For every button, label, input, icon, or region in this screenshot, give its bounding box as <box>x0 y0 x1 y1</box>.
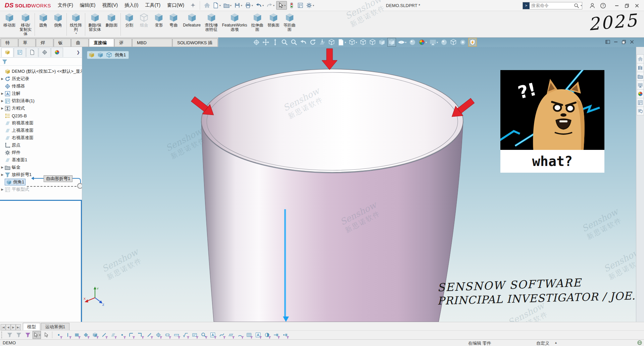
connection-status-icon[interactable] <box>637 340 642 345</box>
linear-pattern-button[interactable]: 线性阵列▾ <box>68 12 84 37</box>
view-orientation-dropdown-icon[interactable]: ▾ <box>356 41 357 44</box>
filter-solid-bodies-button[interactable] <box>91 331 99 339</box>
filter-sketch-points-button[interactable] <box>118 331 126 339</box>
menu-window[interactable]: 窗口(W) <box>164 0 188 10</box>
filter-zoom-note-button[interactable] <box>199 331 208 339</box>
offset-surface-button[interactable]: 等距曲面 <box>282 12 298 37</box>
filter-edges-button[interactable] <box>63 331 72 339</box>
zoom-in-out-icon[interactable] <box>271 38 279 46</box>
filter-blocks-button[interactable] <box>245 331 253 339</box>
find-modify-features-button[interactable]: 查找/修改特征 <box>203 12 220 37</box>
filter-datums-button[interactable] <box>208 331 217 339</box>
tree-item-annotations[interactable]: ▶注解 <box>0 90 82 97</box>
save-button[interactable]: ▾ <box>233 1 243 9</box>
filter-toggle-button[interactable] <box>5 331 14 339</box>
filter-surface-bodies-button[interactable] <box>82 331 90 339</box>
tree-item-top-plane[interactable]: 上视基准面 <box>0 127 82 134</box>
drawing-annotation-dropdown-icon[interactable]: ▾ <box>345 41 346 44</box>
edit-appearance-icon[interactable] <box>408 38 416 46</box>
expand-icon[interactable]: ▶ <box>0 107 5 110</box>
tab-草图[interactable]: 草图 <box>18 39 36 47</box>
select-tool-button[interactable]: ▾ <box>33 331 41 339</box>
menu-insert[interactable]: 插入(I) <box>121 0 142 10</box>
filter-center-marks-button[interactable] <box>154 331 162 339</box>
view-settings-icon[interactable]: ▾ <box>429 38 439 46</box>
home-icon[interactable] <box>637 54 644 63</box>
freeform-bend-callout[interactable]: 自由形折弯1 <box>44 175 72 182</box>
save-dropdown-icon[interactable]: ▾ <box>241 4 242 7</box>
options-dropdown-icon[interactable]: ▾ <box>313 4 314 7</box>
camera-view-icon[interactable] <box>459 38 467 46</box>
shadows-icon[interactable] <box>440 38 448 46</box>
options-button[interactable]: ▾ <box>305 1 315 9</box>
tab-nav-2[interactable]: ▶ <box>11 324 16 330</box>
linear-pattern-flyout-icon[interactable]: ▾ <box>76 32 77 35</box>
minimize-button[interactable] <box>612 1 622 10</box>
hidden-lines-visible-icon[interactable] <box>368 38 377 46</box>
filter-routing-points-button[interactable] <box>281 331 289 339</box>
breadcrumb-feature-label[interactable]: 倒角1 <box>115 52 126 58</box>
drawing-annotation-icon[interactable]: ▾ <box>337 38 347 46</box>
menu-edit[interactable]: 编辑(E) <box>77 0 99 10</box>
filter-notes-button[interactable] <box>190 331 199 339</box>
redo-button[interactable]: ▾ <box>265 1 276 9</box>
apply-scene-icon[interactable]: ▾ <box>418 38 428 46</box>
tree-item-cut-list[interactable]: ▶切割清单(1) <box>0 97 82 105</box>
defeature-button[interactable]: Defeature <box>181 12 203 37</box>
tab-钣金[interactable]: 钣金 <box>54 39 71 47</box>
hide-show-items-dropdown-icon[interactable]: ▾ <box>405 41 406 44</box>
tab-特征[interactable]: 特征 <box>1 39 18 47</box>
magnified-selection-icon[interactable] <box>290 38 298 46</box>
design-library-icon[interactable] <box>637 63 644 72</box>
replace-face-button[interactable]: 替换面 <box>265 12 282 37</box>
apply-scene-dropdown-icon[interactable]: ▾ <box>426 41 427 44</box>
tab-solidworks-插件[interactable]: SOLIDWORKS 插件 <box>172 39 218 47</box>
tree-item-weldment[interactable]: 焊件 <box>0 149 82 156</box>
panel-tab-configuration-manager[interactable] <box>26 48 38 57</box>
account-icon[interactable] <box>589 3 595 9</box>
delete-face-button[interactable]: 删除面 <box>103 12 119 37</box>
view-palette-icon[interactable] <box>637 80 644 89</box>
graphics-viewport[interactable]: Y X Z 倒角1 <box>82 47 636 322</box>
filter-vertices-button[interactable] <box>54 331 63 339</box>
menu-tools[interactable]: 工具(T) <box>142 0 164 10</box>
tab-评估[interactable]: 评估 <box>114 39 132 47</box>
filter-dowel-symbols-button[interactable] <box>236 331 244 339</box>
expand-icon[interactable]: ▶ <box>0 99 5 103</box>
panel-tab-property-manager[interactable] <box>14 48 26 57</box>
tree-item-sensors[interactable]: 传感器 <box>0 82 82 90</box>
filter-surface-finish-button[interactable] <box>181 331 190 339</box>
tree-item-flat-pattern[interactable]: ▶平板型式 <box>0 186 82 193</box>
tree-item-front-plane[interactable]: 前视基准面 <box>0 119 82 127</box>
rotate-view-icon[interactable] <box>309 38 317 46</box>
deform-button[interactable]: 变形 <box>151 12 166 37</box>
tab-nav-3[interactable]: ▶| <box>16 324 21 330</box>
breadcrumb-body-icon[interactable] <box>97 52 103 58</box>
panel-tab-display-manager[interactable] <box>51 48 63 57</box>
open-document-dropdown-icon[interactable]: ▾ <box>230 4 232 7</box>
flex-button[interactable]: 弯曲 <box>166 12 181 37</box>
undo-dropdown-icon[interactable]: ▾ <box>262 4 264 7</box>
expand-icon[interactable]: ▶ <box>0 77 5 80</box>
panel-expand-icon[interactable]: ❯ <box>77 50 80 55</box>
tab-nav-0[interactable]: |◀ <box>1 324 6 330</box>
file-explorer-icon[interactable] <box>637 72 644 80</box>
pin-menubar-icon[interactable] <box>190 3 196 8</box>
tree-item-sheet-metal[interactable]: ▶钣金 <box>0 164 82 171</box>
filter-sketch-contours-button[interactable] <box>127 331 135 339</box>
search-icon[interactable] <box>574 3 579 8</box>
expand-icon[interactable]: ▶ <box>0 166 5 169</box>
status-custom-caret-icon[interactable]: ▲ <box>554 341 557 344</box>
zoom-to-area-icon[interactable] <box>281 38 289 46</box>
panel-tab-featuremanager-tree[interactable] <box>1 48 13 57</box>
filter-cosmetic-threads-button[interactable] <box>263 331 271 339</box>
toolbar-drag-grip[interactable] <box>1 332 3 338</box>
split-button[interactable]: 分割 <box>122 12 137 37</box>
solidworks-forum-icon[interactable] <box>637 107 644 115</box>
panel-splitter-highlight[interactable] <box>81 200 82 322</box>
tab-nav-1[interactable]: ◀ <box>6 324 11 330</box>
filter-funnel-icon[interactable] <box>2 59 7 64</box>
filter-dimensions-button[interactable] <box>172 331 181 339</box>
menu-file[interactable]: 文件(F) <box>54 0 77 10</box>
rebuild-button[interactable] <box>288 1 296 9</box>
